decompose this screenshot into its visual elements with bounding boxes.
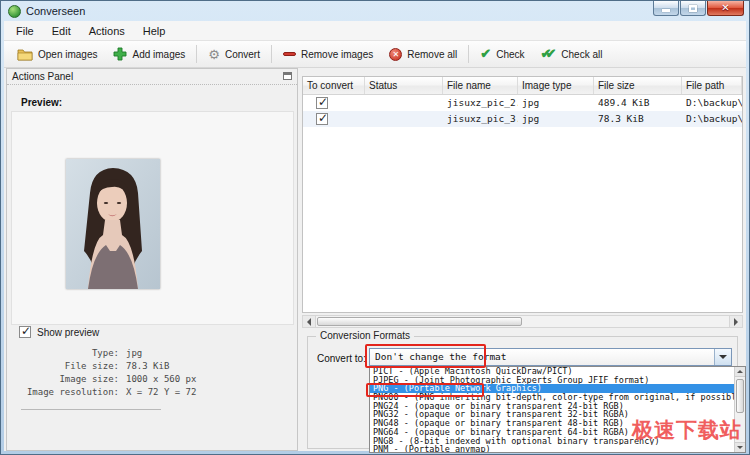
toolbar-separator bbox=[468, 45, 469, 63]
row-checkbox[interactable] bbox=[316, 97, 328, 109]
minus-icon bbox=[283, 52, 296, 56]
check-all-icon: ✔✔ bbox=[541, 48, 557, 60]
minimize-icon bbox=[662, 9, 670, 12]
cell-file-size: 78.3 KiB bbox=[594, 111, 682, 127]
horizontal-scrollbar-thumb[interactable] bbox=[317, 317, 522, 326]
cell-image-type: jpg bbox=[518, 95, 594, 111]
plus-icon bbox=[113, 47, 127, 61]
check-all-button[interactable]: ✔✔ Check all bbox=[533, 45, 611, 63]
show-preview-label: Show preview bbox=[37, 327, 99, 338]
preview-frame bbox=[11, 111, 294, 325]
scroll-left-arrow-icon[interactable] bbox=[303, 316, 316, 327]
files-table: To convert Status File name Image type F… bbox=[302, 76, 743, 313]
check-label: Check bbox=[496, 49, 524, 60]
check-button[interactable]: ✔ Check bbox=[472, 45, 532, 63]
add-images-label: Add images bbox=[132, 49, 185, 60]
convert-to-label: Convert to: bbox=[317, 353, 366, 364]
cell-status bbox=[365, 95, 443, 111]
menu-help[interactable]: Help bbox=[134, 22, 175, 40]
open-images-label: Open images bbox=[38, 49, 97, 60]
table-header: To convert Status File name Image type F… bbox=[303, 77, 742, 95]
dropdown-scrollbar-thumb[interactable] bbox=[736, 379, 744, 413]
info-type-value: jpg bbox=[126, 347, 142, 360]
close-icon: ✕ bbox=[721, 3, 729, 13]
show-preview-row: Show preview bbox=[19, 326, 99, 338]
cell-file-path: D:\backup\数 bbox=[682, 111, 742, 127]
add-images-button[interactable]: Add images bbox=[105, 44, 193, 64]
table-row[interactable]: jisuxz_pic_2.jpg jpg 489.4 KiB D:\backup… bbox=[303, 95, 742, 111]
menu-actions[interactable]: Actions bbox=[80, 22, 134, 40]
window-controls: ✕ bbox=[653, 1, 744, 16]
image-info: Type: jpg File size: 78.3 KiB Image size… bbox=[7, 347, 297, 399]
info-dimensions-row: Image size: 1000 x 560 px bbox=[7, 373, 297, 386]
maximize-button[interactable] bbox=[680, 1, 706, 16]
combobox-dropdown-button[interactable] bbox=[714, 349, 731, 365]
menu-edit[interactable]: Edit bbox=[43, 22, 80, 40]
toolbar-separator bbox=[196, 45, 197, 63]
toolbar-separator bbox=[271, 45, 272, 63]
format-option[interactable]: PNM - (Portable anymap) bbox=[370, 445, 745, 453]
gear-icon: ⚙ bbox=[208, 48, 220, 61]
convert-button[interactable]: ⚙ Convert bbox=[200, 45, 268, 64]
cell-file-path: D:\backup\数 bbox=[682, 95, 742, 111]
cell-file-name: jisuxz_pic_3.jpg bbox=[443, 111, 518, 127]
info-resolution-value: X = 72 Y = 72 bbox=[126, 386, 196, 399]
maximize-icon bbox=[689, 5, 697, 12]
conversion-formats-title: Conversion Formats bbox=[316, 330, 414, 341]
info-size-row: File size: 78.3 KiB bbox=[7, 360, 297, 373]
column-image-type[interactable]: Image type bbox=[518, 77, 594, 94]
convert-label: Convert bbox=[225, 49, 260, 60]
column-status[interactable]: Status bbox=[365, 77, 443, 94]
chevron-down-icon bbox=[719, 355, 727, 363]
window-title: Converseen bbox=[26, 5, 85, 17]
open-folder-icon bbox=[17, 48, 33, 61]
actions-panel: Actions Panel Preview: bbox=[6, 68, 298, 451]
titlebar[interactable]: Converseen ✕ bbox=[1, 1, 749, 21]
annotation-box-png-option bbox=[366, 383, 484, 397]
menu-file[interactable]: File bbox=[7, 22, 43, 40]
annotation-box-combobox bbox=[365, 344, 486, 368]
row-checkbox[interactable] bbox=[316, 113, 328, 125]
scroll-up-arrow-icon[interactable] bbox=[735, 367, 745, 377]
remove-images-label: Remove images bbox=[301, 49, 373, 60]
close-button[interactable]: ✕ bbox=[707, 1, 744, 16]
client-area: File Edit Actions Help Open images Add i… bbox=[4, 21, 746, 451]
converseen-window: Converseen ✕ File Edit Actions Help Open… bbox=[0, 0, 750, 455]
scroll-right-arrow-icon[interactable] bbox=[729, 316, 742, 327]
remove-all-button[interactable]: ✕ Remove all bbox=[381, 45, 465, 64]
preview-label: Preview: bbox=[21, 97, 62, 108]
column-to-convert[interactable]: To convert bbox=[303, 77, 365, 94]
cell-image-type: jpg bbox=[518, 111, 594, 127]
column-file-path[interactable]: File path bbox=[682, 77, 742, 94]
remove-images-button[interactable]: Remove images bbox=[275, 46, 381, 63]
check-all-label: Check all bbox=[561, 49, 602, 60]
cell-status bbox=[365, 111, 443, 127]
float-panel-icon[interactable] bbox=[283, 72, 292, 80]
info-resolution-row: Image resolution: X = 72 Y = 72 bbox=[7, 386, 297, 399]
actions-panel-title: Actions Panel bbox=[12, 71, 73, 82]
format-option[interactable]: PICT - (Apple Macintosh QuickDraw/PICT) bbox=[370, 367, 745, 376]
main-area: Actions Panel Preview: bbox=[4, 68, 746, 451]
watermark-text: 极速下载站 bbox=[632, 416, 742, 444]
info-resolution-label: Image resolution: bbox=[7, 386, 119, 399]
menubar: File Edit Actions Help bbox=[4, 21, 746, 41]
info-dimensions-value: 1000 x 560 px bbox=[126, 373, 196, 386]
format-option[interactable]: PNG24 - (opaque or binary transparent 24… bbox=[370, 402, 745, 411]
table-row[interactable]: jisuxz_pic_3.jpg jpg 78.3 KiB D:\backup\… bbox=[303, 111, 742, 127]
actions-panel-header[interactable]: Actions Panel bbox=[7, 69, 297, 85]
app-icon bbox=[8, 5, 21, 18]
show-preview-checkbox[interactable] bbox=[19, 326, 31, 338]
info-size-value: 78.3 KiB bbox=[126, 360, 169, 373]
horizontal-scrollbar[interactable] bbox=[302, 315, 743, 328]
info-type-row: Type: jpg bbox=[7, 347, 297, 360]
column-file-name[interactable]: File name bbox=[443, 77, 518, 94]
info-dimensions-label: Image size: bbox=[7, 373, 119, 386]
cell-file-size: 489.4 KiB bbox=[594, 95, 682, 111]
open-images-button[interactable]: Open images bbox=[9, 45, 105, 64]
column-file-size[interactable]: File size bbox=[594, 77, 682, 94]
minimize-button[interactable] bbox=[653, 1, 679, 16]
info-size-label: File size: bbox=[7, 360, 119, 373]
info-type-label: Type: bbox=[7, 347, 119, 360]
preview-image bbox=[66, 159, 160, 289]
remove-all-label: Remove all bbox=[407, 49, 457, 60]
